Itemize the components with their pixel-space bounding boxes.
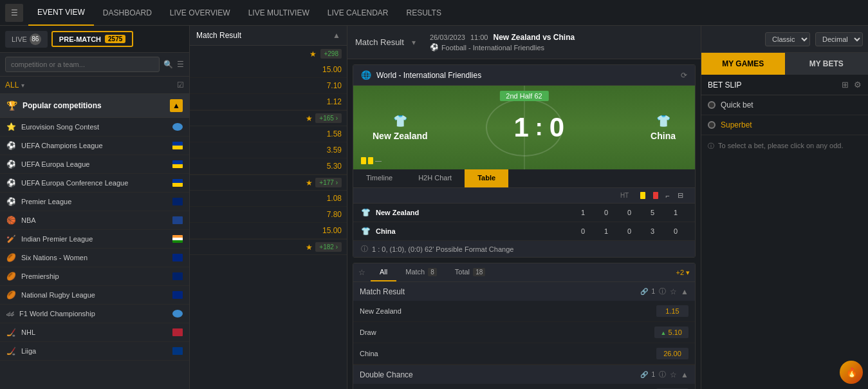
list-item[interactable]: 🏏 Indian Premier League xyxy=(0,230,189,249)
market-odd-3[interactable]: 26.00 xyxy=(656,348,688,359)
fav-btn-2[interactable]: ☆ xyxy=(670,370,677,379)
collapse-btn-1[interactable]: ▲ xyxy=(681,287,688,296)
prematch-button[interactable]: PRE-MATCH 2575 xyxy=(51,31,133,47)
nav-live-overview[interactable]: LIVE OVERVIEW xyxy=(161,0,239,26)
calculator-icon[interactable]: ⊞ xyxy=(842,80,849,90)
search-input[interactable] xyxy=(5,57,160,72)
market-header-1[interactable]: Match Result 🔗 1 ⓘ ☆ ▲ xyxy=(353,282,695,301)
odds-row[interactable]: 1.58 xyxy=(190,126,347,142)
odds-value: 1.08 xyxy=(327,194,342,203)
info-btn-2[interactable]: ⓘ xyxy=(659,370,666,379)
list-item[interactable]: ⚽ UEFA Europa League xyxy=(0,155,189,174)
odds-row[interactable]: 15.00 xyxy=(190,223,347,239)
more-odds-2[interactable]: ★ +177 › xyxy=(190,175,347,191)
odds-title: Match Result xyxy=(196,31,241,40)
card-indicators: — xyxy=(361,157,382,164)
competition-name: UEFA Champions League xyxy=(21,142,172,149)
list-item[interactable]: ⚽ UEFA Champions League xyxy=(0,137,189,155)
team2-shirt-small: 👕 xyxy=(361,227,371,236)
competition-name: Premiership xyxy=(21,272,172,280)
event-league: Football - International Friendlies xyxy=(441,44,544,52)
more-badge: +165 › xyxy=(315,113,342,123)
tab-table[interactable]: Table xyxy=(465,169,508,187)
fav-star-icon[interactable]: ★ xyxy=(306,178,313,187)
betting-tab-match[interactable]: Match 8 xyxy=(396,263,446,281)
odds-collapse-icon[interactable]: ▲ xyxy=(333,31,340,40)
nav-dashboard[interactable]: DASHBOARD xyxy=(94,0,161,26)
list-item[interactable]: 🏀 NBA xyxy=(0,211,189,230)
market-row-3[interactable]: China 26.00 xyxy=(353,343,695,365)
market-section-2: Double Chance 🔗 1 ⓘ ☆ ▲ 1X 1.001 xyxy=(353,365,695,389)
odds-row[interactable]: 3.59 xyxy=(190,142,347,158)
score-league-name: World - International Friendlies xyxy=(376,71,681,80)
card-separator: — xyxy=(375,157,382,164)
odds-row[interactable]: 7.10 xyxy=(190,78,347,94)
market-title-2: Double Chance xyxy=(360,370,636,379)
stats-team1-assists: 0 xyxy=(618,209,641,216)
list-item[interactable]: ⭐ Eurovision Song Contest xyxy=(0,118,189,137)
nav-event-view[interactable]: EVENT VIEW xyxy=(28,0,94,26)
list-item[interactable]: 🏎 F1 World Championship xyxy=(0,305,189,323)
odds-row[interactable]: 5.30 xyxy=(190,158,347,175)
fav-star-icon[interactable]: ★ xyxy=(309,50,317,59)
collapse-button[interactable]: ▲ xyxy=(170,99,183,112)
sport-icon: ⚽ xyxy=(6,141,16,150)
odds-row[interactable]: 1.08 xyxy=(190,191,347,207)
my-bets-tab[interactable]: MY BETS xyxy=(785,53,869,75)
fav-star-icon[interactable]: ★ xyxy=(306,114,313,123)
more-betting-tab[interactable]: +2 ▾ xyxy=(670,264,695,281)
filter-icon[interactable]: ☰ xyxy=(177,60,184,69)
odds-value: 15.00 xyxy=(322,65,342,74)
more-odds-3[interactable]: ★ +182 › xyxy=(190,240,347,255)
expand-icon[interactable]: ⟳ xyxy=(681,71,687,80)
market-row-dc-1[interactable]: 1X 1.001 xyxy=(353,384,695,389)
list-item[interactable]: 🏉 Six Nations - Women xyxy=(0,249,189,267)
format-select[interactable]: Decimal xyxy=(815,32,863,46)
team1-score: 👕 New Zealand xyxy=(373,114,428,141)
logo-widget[interactable]: 🔥 xyxy=(840,361,863,384)
list-item[interactable]: 🏒 NHL xyxy=(0,323,189,342)
all-label[interactable]: ALL xyxy=(5,81,19,90)
fav-star-betting[interactable]: ☆ xyxy=(353,263,371,281)
nav-live-multiview[interactable]: LIVE MULTIVIEW xyxy=(239,0,319,26)
list-item[interactable]: 🏒 Liiga xyxy=(0,342,189,361)
quick-bet-option[interactable]: Quick bet xyxy=(701,95,868,115)
info-text: To select a bet, please click on any odd… xyxy=(718,142,843,149)
more-odds-1[interactable]: ★ +165 › xyxy=(190,111,347,126)
betting-tab-all[interactable]: All xyxy=(371,263,396,281)
market-row-1[interactable]: New Zealand 1.15 xyxy=(353,301,695,322)
nav-results[interactable]: RESULTS xyxy=(397,0,450,26)
main-layout: LIVE 86 PRE-MATCH 2575 🔍 ☰ ALL ▾ ☑ 🏆 Pop… xyxy=(0,26,868,389)
list-item[interactable]: ⚽ UEFA Europa Conference League xyxy=(0,174,189,193)
list-item[interactable]: 🏉 Premiership xyxy=(0,267,189,286)
market-odd-2[interactable]: ▲ 5.10 xyxy=(654,327,688,338)
my-tabs: MY GAMES MY BETS xyxy=(701,53,868,75)
odds-value: 7.80 xyxy=(327,210,342,219)
live-button[interactable]: LIVE 86 xyxy=(5,31,48,48)
settings-icon[interactable]: ⚙ xyxy=(854,80,862,90)
event-league-row: ⚽ Football - International Friendlies xyxy=(430,43,693,52)
list-item[interactable]: 🏉 National Rugby League xyxy=(0,286,189,305)
check-icon[interactable]: ☑ xyxy=(177,81,184,90)
fav-btn-1[interactable]: ☆ xyxy=(670,287,677,296)
search-icon[interactable]: 🔍 xyxy=(163,60,173,69)
odds-row[interactable]: 7.80 xyxy=(190,207,347,223)
my-games-tab[interactable]: MY GAMES xyxy=(701,53,785,75)
market-odd-1[interactable]: 1.15 xyxy=(656,305,688,317)
odds-row[interactable]: 1.12 xyxy=(190,94,347,110)
top-nav: ☰ EVENT VIEW DASHBOARD LIVE OVERVIEW LIV… xyxy=(0,0,868,26)
list-item[interactable]: ⚽ Premier League xyxy=(0,193,189,211)
market-header-2[interactable]: Double Chance 🔗 1 ⓘ ☆ ▲ xyxy=(353,365,695,384)
superbet-option[interactable]: Superbet xyxy=(701,115,868,135)
odds-row[interactable]: 15.00 xyxy=(190,62,347,78)
betting-tab-total[interactable]: Total 18 xyxy=(446,263,494,281)
nav-live-calendar[interactable]: LIVE CALENDAR xyxy=(319,0,398,26)
mode-select[interactable]: Classic xyxy=(765,32,810,46)
fav-star-icon[interactable]: ★ xyxy=(306,243,313,252)
tab-timeline[interactable]: Timeline xyxy=(353,169,405,187)
market-row-2[interactable]: Draw ▲ 5.10 xyxy=(353,322,695,343)
collapse-btn-2[interactable]: ▲ xyxy=(681,370,688,379)
tab-h2h-chart[interactable]: H2H Chart xyxy=(405,169,465,187)
popular-competitions-header[interactable]: 🏆 Popular competitions ▲ xyxy=(0,94,189,118)
info-btn-1[interactable]: ⓘ xyxy=(659,287,666,296)
